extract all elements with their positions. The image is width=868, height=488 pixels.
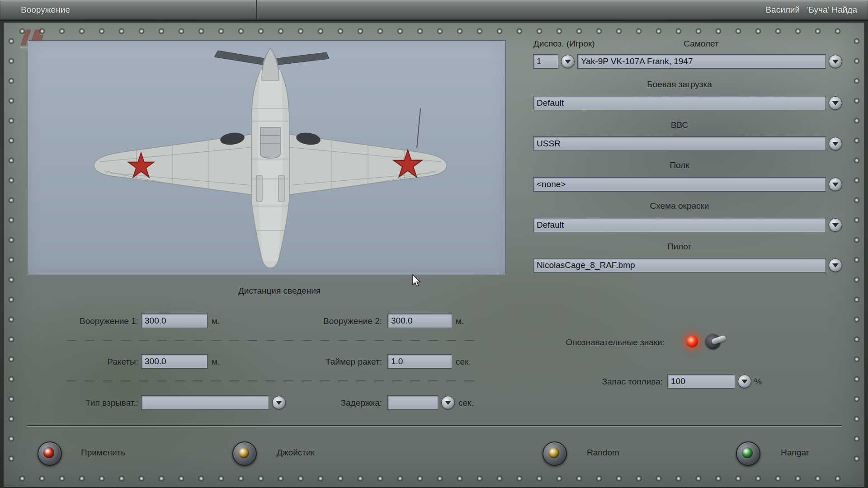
top-bar-title-section: Вооружение [0, 0, 257, 20]
chevron-down-icon [832, 183, 839, 187]
weapon1-label: Вооружение 1: [80, 316, 138, 326]
airforce-dropdown-button[interactable] [829, 137, 842, 150]
markings-toggle[interactable] [684, 331, 731, 353]
chevron-down-icon [832, 60, 839, 64]
airforce-label: ВВС [671, 120, 688, 130]
apply-button[interactable] [38, 441, 62, 466]
screen-title: Вооружение [21, 0, 70, 20]
rockets-unit: м. [212, 357, 220, 367]
fuse-type-field[interactable] [141, 395, 269, 410]
pilot-label: Пилот [667, 242, 692, 252]
weapon2-label: Вооружение 2: [323, 316, 382, 326]
position-label: Диспоз. (Игрок) [533, 39, 595, 49]
pilot-dropdown-button[interactable] [829, 258, 842, 272]
dashed-divider [66, 340, 481, 341]
armament-screen: { "header": { "title": "Вооружение", "pl… [0, 0, 868, 488]
player-name: Василий 'Буча' Найда [765, 0, 857, 20]
hangar-button-label: Hangar [781, 448, 809, 458]
regiment-label: Полк [670, 160, 689, 170]
delay-unit: сек. [458, 398, 474, 408]
apply-button-light-icon [43, 447, 54, 458]
rockets-field[interactable]: 300.0 [141, 354, 208, 369]
rivet-strip-bottom [17, 473, 851, 484]
random-button-label: Random [587, 448, 619, 458]
weapon1-unit: м. [212, 316, 220, 326]
delay-field[interactable] [387, 395, 438, 410]
aircraft-preview-image [28, 41, 505, 274]
rocket-timer-unit: сек. [456, 357, 471, 367]
joystick-button-light-icon [238, 447, 249, 458]
rocket-timer-field[interactable]: 1.0 [387, 354, 452, 369]
rocket-timer-label: Таймер ракет: [326, 357, 382, 367]
rockets-label: Ракеты: [107, 357, 138, 367]
convergence-title: Дистанция сведения [238, 286, 321, 296]
chevron-down-icon [565, 60, 571, 64]
airforce-field[interactable]: USSR [533, 136, 826, 151]
loadout-label: Боевая загрузка [647, 80, 712, 89]
weapon2-field[interactable]: 300.0 [387, 314, 452, 328]
fuel-unit: % [754, 377, 762, 387]
random-button[interactable] [542, 441, 567, 466]
rivet-strip-left [5, 36, 17, 474]
paint-scheme-field[interactable]: Default [533, 218, 826, 232]
fuse-type-dropdown-button[interactable] [272, 396, 286, 409]
weapon2-unit: м. [456, 316, 464, 326]
paint-scheme-dropdown-button[interactable] [829, 218, 842, 232]
fuel-field[interactable]: 100 [667, 374, 735, 389]
apply-button-label: Применить [81, 448, 125, 458]
weapon1-field[interactable]: 300.0 [141, 314, 208, 328]
chevron-down-icon [276, 401, 282, 405]
fuel-dropdown-button[interactable] [738, 375, 751, 388]
delay-dropdown-button[interactable] [441, 396, 455, 409]
position-dropdown-button[interactable] [561, 55, 575, 68]
chevron-down-icon [832, 142, 839, 146]
markings-lamp [686, 336, 698, 347]
loadout-field[interactable]: Default [533, 96, 826, 110]
chevron-down-icon [741, 380, 748, 384]
rivet-strip-right [851, 36, 863, 474]
dashed-divider [66, 380, 481, 381]
pilot-field[interactable]: NicolasCage_8_RAF.bmp [533, 258, 826, 272]
mouse-cursor-icon [412, 274, 422, 290]
hangar-button[interactable] [736, 441, 760, 466]
delay-label: Задержка: [340, 398, 382, 408]
random-button-light-icon [548, 447, 559, 458]
chevron-down-icon [832, 223, 839, 227]
joystick-button-label: Джойстик [277, 448, 315, 458]
rivet-strip-top [17, 25, 851, 37]
regiment-field[interactable]: <none> [533, 177, 826, 192]
bottom-separator [27, 425, 842, 426]
top-bar: Вооружение Василий 'Буча' Найда [0, 0, 868, 21]
fuse-type-label: Тип взрыват.: [85, 398, 138, 408]
chevron-down-icon [445, 401, 451, 405]
aircraft-preview [28, 40, 506, 274]
markings-label: Опознавательные знаки: [566, 338, 665, 347]
chevron-down-icon [832, 101, 839, 105]
fuel-label: Запас топлива: [602, 377, 663, 387]
paint-scheme-label: Схема окраски [650, 201, 709, 211]
chevron-down-icon [832, 263, 839, 267]
aircraft-label: Самолет [684, 39, 718, 49]
position-field[interactable]: 1 [533, 54, 558, 69]
regiment-dropdown-button[interactable] [829, 178, 842, 191]
aircraft-field[interactable]: Yak-9P VK-107A Frank, 1947 [577, 54, 826, 69]
joystick-button[interactable] [232, 441, 257, 466]
aircraft-dropdown-button[interactable] [829, 55, 842, 68]
loadout-dropdown-button[interactable] [829, 96, 842, 110]
hangar-button-light-icon [742, 447, 753, 458]
